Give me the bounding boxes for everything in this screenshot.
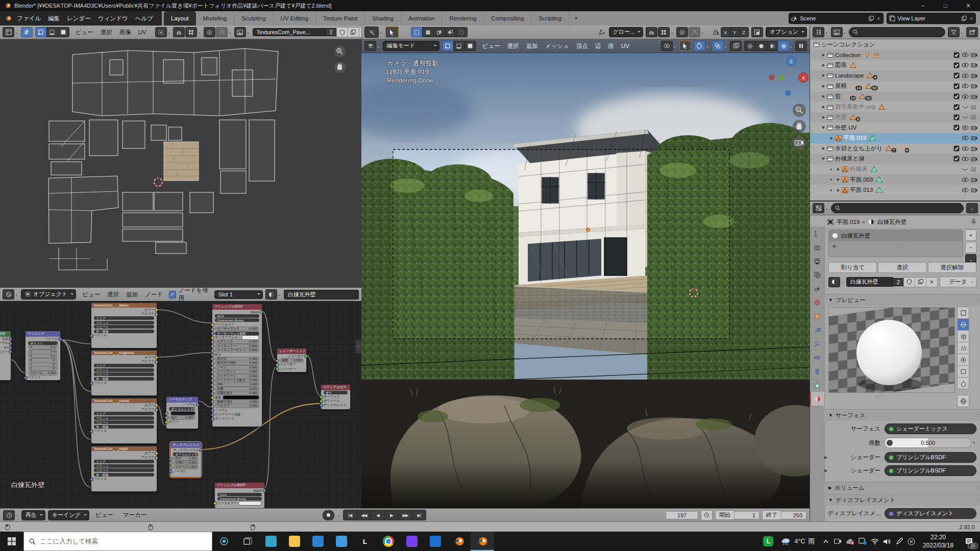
snap-increment-icon[interactable] <box>751 27 763 37</box>
exclude-checkbox[interactable] <box>953 83 960 89</box>
unlink-material-icon[interactable]: ✕ <box>926 277 938 287</box>
input-socket[interactable] <box>211 366 214 369</box>
disable-render-toggle[interactable] <box>971 187 977 193</box>
node-tex-roughness[interactable]: TexturesCom_..._roughnessカラーアルファリニアフラットリ… <box>91 350 157 396</box>
uv-sync-select-toggle[interactable] <box>21 27 33 37</box>
outliner-row-landscape[interactable]: Landscape4 <box>810 70 980 81</box>
material-preview-cloth-button[interactable] <box>957 365 969 378</box>
output-socket[interactable] <box>196 403 200 407</box>
node-tex-height[interactable]: TexturesCom_..._heightカラーアルファリニアフラットリピート… <box>91 446 157 492</box>
input-socket[interactable] <box>276 359 279 363</box>
falloff-curve-icon[interactable] <box>689 27 700 37</box>
viewport-menu-2[interactable]: 追加 <box>523 42 542 51</box>
node-header[interactable]: プリンシプルBSDF <box>215 483 264 488</box>
mode-dropdown[interactable]: 編集モード <box>383 41 439 51</box>
input-socket[interactable] <box>211 379 214 382</box>
new-image-copy-icon[interactable] <box>348 27 359 37</box>
input-socket[interactable] <box>320 404 323 407</box>
output-socket[interactable] <box>155 404 158 407</box>
hide-eye-toggle[interactable] <box>962 156 969 162</box>
workspace-tab-scripting[interactable]: Scripting <box>531 11 569 26</box>
vertex-select-button[interactable] <box>442 41 454 51</box>
expand-icon[interactable] <box>836 167 840 171</box>
outliner-row-gaikou[interactable]: 外構床と塀 <box>810 154 980 164</box>
taskbar-app-blender-2[interactable] <box>471 532 494 551</box>
uv-proportional-dropdown[interactable]: ⌄ <box>204 27 232 37</box>
properties-data-tab[interactable] <box>810 378 824 392</box>
delete-icon[interactable]: ✕ <box>969 16 973 21</box>
node-value-field[interactable]: シーンチント0.500 <box>215 369 259 374</box>
shading-rendered-button[interactable] <box>778 41 790 51</box>
fake-user-shield-icon[interactable] <box>336 27 348 37</box>
node-header[interactable]: TexturesCom_..._height <box>91 446 157 451</box>
uv-menu-0[interactable]: ビュー <box>72 28 97 37</box>
select-box-mode[interactable] <box>411 27 423 37</box>
node-dropdown[interactable]: フラット <box>94 416 154 420</box>
editor-type-button[interactable]: ⌄ <box>3 510 19 520</box>
node-dropdown[interactable]: フラット <box>94 321 154 324</box>
mirror-axis-x[interactable]: X <box>721 27 730 37</box>
input-socket[interactable] <box>165 420 168 424</box>
node-header[interactable]: TexturesCom_..._normal <box>91 398 157 403</box>
input-socket[interactable] <box>211 387 214 391</box>
expand-icon[interactable] <box>821 53 825 57</box>
input-socket[interactable] <box>169 457 173 461</box>
start-button[interactable] <box>0 532 23 551</box>
node-dropdown[interactable]: 単一画像 <box>94 377 154 381</box>
editor-type-button[interactable]: ⌄ <box>3 289 18 299</box>
material-browse-dropdown[interactable]: ⌄ <box>265 289 281 299</box>
shading-material-button[interactable] <box>767 41 778 51</box>
breadcrumb-object[interactable]: 平面.019 <box>837 218 860 226</box>
surface-section-header[interactable]: ▼サーフェス :::: <box>824 409 980 421</box>
disable-render-toggle[interactable] <box>971 73 977 79</box>
input-socket[interactable] <box>90 478 93 481</box>
viewport-zoom-button[interactable] <box>793 104 806 117</box>
properties-material-tab[interactable] <box>810 392 824 406</box>
workspace-tab-shading[interactable]: Shading <box>365 11 401 26</box>
node-principled-1[interactable]: プリンシプルBSDFBSDFGGXChristensen-Burleyベースカラ… <box>212 304 262 427</box>
slot-dropdown[interactable]: Slot 1 <box>214 290 263 299</box>
jump-to-start-button[interactable]: |◀ <box>343 510 357 520</box>
node-dropdown[interactable]: オブジェクト空間 <box>173 453 199 456</box>
shader-menu-1[interactable]: 選択 <box>104 290 122 299</box>
material-slot-row[interactable]: 白煉瓦外壁 <box>829 230 963 241</box>
shader-type-dropdown[interactable]: オブジェクト <box>21 289 77 299</box>
node-value-field[interactable]: スペキュラーチント0.000 <box>215 348 259 353</box>
tweak-tool-button[interactable] <box>385 27 399 38</box>
play-button[interactable]: ▶ <box>384 510 399 520</box>
topbar-menu-4[interactable]: ヘルプ <box>132 14 157 23</box>
node-header[interactable]: テクスチャ座標 <box>0 331 11 337</box>
disable-render-toggle[interactable] <box>971 104 977 110</box>
volume-icon[interactable] <box>881 532 893 551</box>
taskbar-app-explorer[interactable] <box>283 532 306 551</box>
shader-field-1[interactable]: プリンシプルBSDF <box>885 452 976 463</box>
node-principled-2[interactable]: プリンシプルBSDFBSDFGGXChristensen-Burleyベースカラ… <box>214 482 265 508</box>
exclude-checkbox[interactable] <box>953 156 960 162</box>
volume-section-header[interactable]: ▶ボリューム :::: <box>824 482 980 493</box>
breadcrumb-material[interactable]: 白煉瓦外壁 <box>877 218 907 226</box>
input-socket[interactable] <box>90 334 93 338</box>
input-socket[interactable] <box>320 399 323 403</box>
factor-slider[interactable]: 0.500 <box>885 438 971 448</box>
copy-icon[interactable] <box>962 16 967 21</box>
properties-view-layer-tab[interactable] <box>810 268 824 282</box>
input-socket[interactable] <box>211 323 214 327</box>
disable-render-toggle[interactable] <box>971 94 977 99</box>
expand-icon[interactable] <box>821 63 825 67</box>
properties-modifier-tab[interactable] <box>810 323 824 337</box>
expand-icon[interactable] <box>821 105 825 109</box>
prev-keyframe-button[interactable]: ◀◀ <box>357 510 371 520</box>
node-header[interactable]: ディスプレイスメ... <box>170 442 201 448</box>
outliner-row-gaiheki-uv[interactable]: 外壁.UV <box>810 122 980 133</box>
select-mode-2[interactable] <box>422 27 434 37</box>
node-tex-normal[interactable]: TexturesCom_..._normalカラーアルファリニアフラットリピート… <box>91 398 157 444</box>
expand-icon[interactable] <box>821 146 825 151</box>
outliner-row-heimen-019[interactable]: 平面.019 <box>810 133 980 143</box>
task-view-button[interactable] <box>236 532 259 551</box>
onedrive-error-icon[interactable] <box>844 532 856 551</box>
expand-icon[interactable] <box>821 157 825 161</box>
output-socket[interactable] <box>262 489 266 492</box>
taskbar-app-edge[interactable] <box>259 532 283 551</box>
workspace-tab-uv-editing[interactable]: UV Editing <box>274 11 316 26</box>
select-mode-4[interactable] <box>445 27 456 37</box>
